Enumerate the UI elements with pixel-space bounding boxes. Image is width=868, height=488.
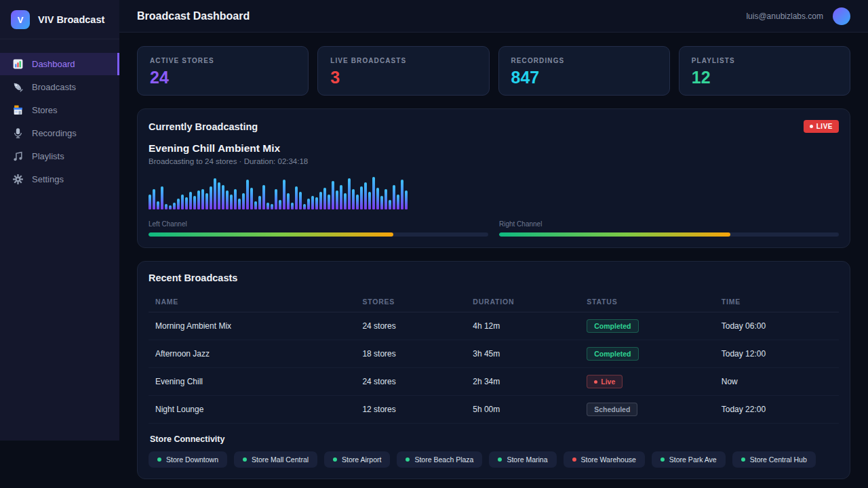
sidebar-item-broadcasts[interactable]: Broadcasts <box>0 76 119 98</box>
sidebar-item-label: Settings <box>32 174 64 184</box>
waveform-bar <box>380 196 383 209</box>
store-chip-label: Store Park Ave <box>669 455 717 464</box>
stat-card-live-broadcasts: LIVE BROADCASTS3 <box>317 46 489 96</box>
stat-label: RECORDINGS <box>511 57 657 64</box>
waveform-bar <box>283 180 285 209</box>
status-badge-label: Live <box>601 378 615 386</box>
waveform-bar <box>279 200 281 209</box>
cell-status: Completed <box>580 340 715 368</box>
column-header-status: Status <box>580 292 715 312</box>
waveform-bar <box>275 189 277 209</box>
store-chip-label: Store Central Hub <box>750 455 807 464</box>
waveform-bar <box>376 188 379 209</box>
waveform-bar <box>401 180 403 209</box>
store-chip-store-central-hub: Store Central Hub <box>732 451 816 468</box>
cell-stores: 24 stores <box>355 368 466 396</box>
store-chip-label: Store Warehouse <box>581 455 636 464</box>
waveform-bar <box>271 204 273 209</box>
waveform-bar <box>234 189 237 209</box>
sidebar-item-label: Dashboard <box>32 59 75 69</box>
track-title: Evening Chill Ambient Mix <box>149 142 839 155</box>
online-dot-icon <box>157 458 161 462</box>
live-dot-icon <box>594 380 597 384</box>
cell-name: Afternoon Jazz <box>149 340 355 368</box>
waveform-bar <box>161 186 163 209</box>
microphone-icon <box>12 127 24 139</box>
waveform-bar <box>222 185 224 209</box>
cell-name: Evening Chill <box>149 368 355 396</box>
table-row[interactable]: Evening Chill24 stores2h 34mLiveNow <box>149 368 839 396</box>
store-chip-label: Store Mall Central <box>252 455 309 464</box>
cell-time: Today 12:00 <box>715 340 839 368</box>
column-header-name: Name <box>149 292 355 312</box>
cell-time: Today 22:00 <box>715 396 839 424</box>
waveform-bar <box>360 186 363 209</box>
recent-broadcasts-title: Recent Broadcasts <box>149 272 839 283</box>
waveform-bar <box>205 193 208 209</box>
sidebar: V VIV Broadcast DashboardBroadcastsStore… <box>0 0 119 441</box>
cell-duration: 4h 12m <box>466 312 580 340</box>
table-body: Morning Ambient Mix24 stores4h 12mComple… <box>149 312 839 424</box>
table-row[interactable]: Afternoon Jazz18 stores3h 45mCompletedTo… <box>149 340 839 368</box>
sidebar-item-settings[interactable]: Settings <box>0 168 119 190</box>
user-email: luis@anubizlabs.com <box>746 12 823 21</box>
waveform-bar <box>364 182 367 209</box>
waveform-bar <box>328 195 330 209</box>
store-chip-label: Store Marina <box>507 455 547 464</box>
store-chip-label: Store Airport <box>342 455 381 464</box>
waveform-bar <box>311 196 314 209</box>
cell-name: Morning Ambient Mix <box>149 312 355 340</box>
status-badge: Scheduled <box>587 403 637 416</box>
waveform-bar <box>291 203 294 209</box>
waveform-bar <box>193 196 196 209</box>
waveform-bar <box>149 195 151 209</box>
sidebar-item-dashboard[interactable]: Dashboard <box>0 53 119 75</box>
column-header-stores: Stores <box>355 292 466 312</box>
store-chip-label: Store Beach Plaza <box>414 455 473 464</box>
table-row[interactable]: Morning Ambient Mix24 stores4h 12mComple… <box>149 312 839 340</box>
waveform-bar <box>287 193 290 209</box>
store-chip-store-airport: Store Airport <box>324 451 390 468</box>
sidebar-item-stores[interactable]: Stores <box>0 99 119 121</box>
waveform-bar <box>157 201 159 209</box>
cell-status: Completed <box>580 312 715 340</box>
sidebar-item-playlists[interactable]: Playlists <box>0 145 119 167</box>
connectivity-title: Store Connectivity <box>149 434 839 444</box>
stat-value: 12 <box>692 68 837 87</box>
waveform-bar <box>332 181 334 209</box>
cell-stores: 18 stores <box>355 340 466 368</box>
table-row[interactable]: Night Lounge12 stores5h 00mScheduledToda… <box>149 396 839 424</box>
topbar: Broadcast Dashboard luis@anubizlabs.com <box>119 0 868 33</box>
level-meter <box>499 232 839 237</box>
store-chip-store-beach-plaza: Store Beach Plaza <box>397 451 482 468</box>
waveform-bar <box>214 178 216 209</box>
waveform-bar <box>189 192 192 209</box>
waveform-bar <box>405 190 408 209</box>
status-badge-label: Scheduled <box>594 405 630 413</box>
sidebar-item-label: Broadcasts <box>32 82 76 92</box>
table-header-row: NameStoresDurationStatusTime <box>149 292 839 312</box>
gear-icon <box>12 174 24 185</box>
now-playing-title: Currently Broadcasting <box>149 121 258 132</box>
sidebar-item-label: Recordings <box>32 128 77 138</box>
bar-chart-icon <box>12 58 24 70</box>
online-dot-icon <box>741 458 745 462</box>
waveform-bar <box>238 199 241 209</box>
cell-stores: 24 stores <box>355 312 466 340</box>
cell-time: Now <box>715 368 839 396</box>
recent-broadcasts-panel: Recent Broadcasts NameStoresDurationStat… <box>137 261 850 479</box>
avatar[interactable] <box>833 7 850 25</box>
offline-dot-icon <box>572 458 576 462</box>
app-logo: V <box>11 10 30 29</box>
sidebar-item-recordings[interactable]: Recordings <box>0 122 119 144</box>
waveform-bar <box>153 189 155 209</box>
store-icon <box>12 104 24 116</box>
live-dot-icon <box>810 125 813 128</box>
waveform-bar <box>299 192 302 209</box>
stat-value: 3 <box>330 68 476 87</box>
channel-label: Right Channel <box>499 220 839 228</box>
live-badge-label: LIVE <box>816 123 833 130</box>
waveform-bar <box>218 182 220 209</box>
sidebar-item-label: Stores <box>32 105 58 115</box>
track-subtitle: Broadcasting to 24 stores · Duration: 02… <box>149 157 839 165</box>
